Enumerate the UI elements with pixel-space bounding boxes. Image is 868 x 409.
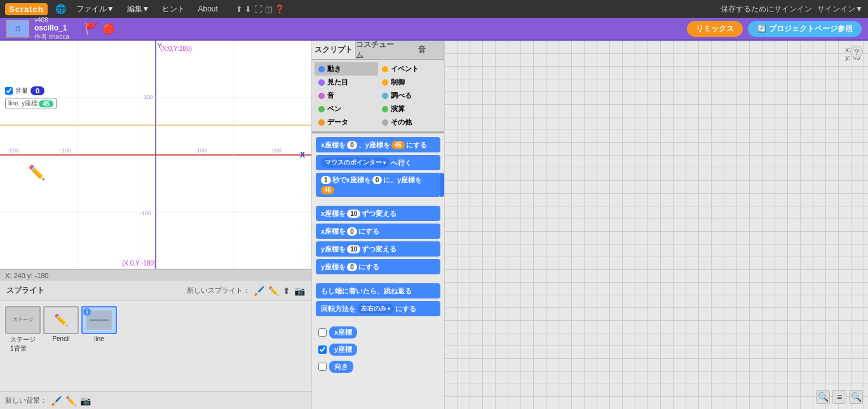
block-glide-secs[interactable]: 1 — [321, 176, 331, 184]
sprite-item-line[interactable]: i line — [81, 306, 117, 386]
remix-button[interactable]: リミックス — [687, 21, 743, 37]
block-change-y-val[interactable]: 10 — [347, 245, 360, 253]
block-goto[interactable]: マウスのポインター へ行く — [316, 155, 440, 170]
zoom-out-button[interactable]: 🔍 — [816, 390, 830, 404]
block-change-y[interactable]: y座標を 10 ずつ変える — [316, 241, 440, 257]
sprite-item-stage[interactable]: ステージ ステージ1背景 — [5, 306, 41, 386]
new-background-label: 新しい背景： — [5, 396, 47, 405]
sound-label: 音量 — [15, 86, 28, 95]
tab-sound[interactable]: 音 — [400, 41, 444, 59]
stage-grid: (X:0,Y:180) (X:0,Y:-180) X Y -200 -100 1… — [0, 41, 311, 269]
cat-data[interactable]: データ — [315, 116, 378, 129]
cat-control[interactable]: 制御 — [378, 76, 442, 89]
block-set-x-suffix: にする — [358, 227, 379, 236]
var-x-checkbox[interactable] — [318, 328, 327, 337]
block-set-y-val[interactable]: 0 — [347, 263, 357, 271]
menubar-right: 保存するためにサインイン サインイン▼ — [721, 4, 863, 15]
project-page-button[interactable]: 🔄 プロジェクトページ参照 — [748, 21, 862, 37]
draw-sprite-button[interactable]: ✏️ — [268, 286, 279, 296]
block-change-x-text: x座標を — [321, 209, 346, 218]
block-glide[interactable]: 1 秒でx座標を 0 に、y座標を 45 — [316, 173, 440, 197]
script-canvas — [445, 41, 868, 409]
block-rotation[interactable]: 回転方法を 左右のみ にする — [316, 301, 440, 316]
project-author: 作者 imaoca — [34, 32, 69, 41]
line-label: line: y座標 — [8, 99, 37, 108]
cat-motion[interactable]: 動き — [315, 62, 378, 76]
cat-other-dot — [382, 119, 388, 126]
save-signin[interactable]: 保存するためにサインイン — [721, 4, 812, 15]
cat-events[interactable]: イベント — [378, 62, 442, 76]
menu-hints[interactable]: ヒント — [159, 3, 187, 16]
camera-bg-button[interactable]: 📷 — [80, 396, 91, 406]
sound-checkbox[interactable] — [5, 87, 13, 95]
block-rotation-suffix: にする — [395, 304, 416, 314]
help-button[interactable]: ? — [850, 46, 863, 58]
variable-display: 音量 0 line: y座標 45 — [5, 86, 57, 109]
main-area: 音量 0 line: y座標 45 — [0, 41, 868, 409]
block-change-x[interactable]: x座標を 10 ずつ変える — [316, 206, 440, 221]
left-panel: 音量 0 line: y座標 45 — [0, 41, 311, 409]
menu-file[interactable]: ファイル▼ — [74, 3, 117, 16]
menu-bar: Scratch 🌐 ファイル▼ 編集▼ ヒント About ⬆ ⬇ ⛶ ◫ ❓ … — [0, 0, 868, 18]
project-name: oscillo_1 — [34, 23, 69, 32]
tab-costume[interactable]: コスチューム — [356, 41, 400, 59]
block-change-x-val[interactable]: 10 — [347, 210, 360, 218]
header-controls: 🚩 🔴 — [85, 22, 115, 36]
svg-text:✏️: ✏️ — [28, 164, 46, 181]
cat-sound[interactable]: 音 — [315, 89, 378, 102]
cat-other[interactable]: その他 — [378, 116, 442, 129]
upload-bg-button[interactable]: ✏️ — [65, 396, 76, 406]
block-change-x-suffix: ずつ変える — [362, 209, 397, 218]
block-set-x[interactable]: x座標を 0 にする — [316, 224, 440, 239]
var-dir-checkbox[interactable] — [318, 363, 327, 371]
block-set-xy-val2[interactable]: 45 — [391, 141, 405, 149]
zoom-in-button[interactable]: 🔍 — [849, 390, 863, 404]
upload-sprite-button[interactable]: ⬆ — [283, 286, 290, 296]
project-thumbnail: 🎵 — [6, 20, 29, 37]
green-flag-button[interactable]: 🚩 — [85, 22, 98, 36]
var-y-checkbox[interactable] — [318, 345, 327, 354]
signin-button[interactable]: サインイン▼ — [817, 4, 863, 15]
block-set-xy-suffix: にする — [406, 140, 427, 150]
cat-control-dot — [382, 79, 388, 86]
svg-text:100: 100 — [144, 94, 153, 100]
paint-bg-button[interactable]: 🖌️ — [51, 396, 62, 406]
scratch-logo: Scratch — [5, 3, 48, 15]
block-goto-dropdown[interactable]: マウスのポインター — [321, 158, 390, 168]
paint-sprite-button[interactable]: 🖌️ — [254, 286, 264, 296]
stop-button[interactable]: 🔴 — [102, 23, 115, 35]
svg-text:100: 100 — [197, 147, 207, 154]
block-spacer2 — [316, 277, 440, 281]
block-bounce[interactable]: もし端に着いたら、跳ね返る — [316, 283, 440, 298]
sprite-item-pencil[interactable]: ✏️ Pencil — [43, 306, 79, 386]
new-sprite-controls: 新しいスプライト： 🖌️ ✏️ ⬆ 📷 — [187, 286, 305, 296]
menu-about[interactable]: About — [195, 3, 220, 15]
cat-pen[interactable]: ペン — [315, 102, 378, 116]
new-sprite-label: 新しいスプライト： — [187, 286, 250, 295]
block-rotation-dropdown[interactable]: 左右のみ — [357, 304, 394, 314]
cat-operators[interactable]: 演算 — [378, 102, 442, 116]
menu-edit[interactable]: 編集▼ — [125, 3, 153, 16]
zoom-reset-button[interactable]: ≡ — [832, 390, 846, 404]
svg-text:-100: -100 — [60, 147, 71, 154]
cat-sensing[interactable]: 調べる — [378, 89, 442, 102]
cat-motion-dot — [318, 66, 325, 72]
camera-sprite-button[interactable]: 📷 — [294, 286, 305, 296]
svg-text:(X:0,Y:180): (X:0,Y:180) — [160, 45, 192, 52]
block-glide-x[interactable]: 0 — [372, 176, 383, 184]
svg-text:Y: Y — [158, 43, 162, 50]
block-set-xy-val1[interactable]: 0 — [347, 141, 357, 149]
block-set-x-val[interactable]: 0 — [347, 227, 357, 236]
block-rotation-text1: 回転方法を — [321, 304, 356, 314]
stage-canvas[interactable]: 音量 0 line: y座標 45 — [0, 41, 311, 269]
block-set-xy[interactable]: x座標を 0 、y座標を 45 にする — [316, 137, 440, 152]
cat-looks[interactable]: 見た目 — [315, 76, 378, 89]
cat-control-label: 制御 — [391, 77, 405, 87]
svg-text:200: 200 — [272, 147, 281, 154]
block-set-y[interactable]: y座標を 0 にする — [316, 259, 440, 274]
script-area[interactable]: x: 0 y: 45 ? 🔍 ≡ 🔍 — [445, 41, 868, 409]
block-set-xy-text2: 、y座標を — [358, 140, 390, 150]
tab-script[interactable]: スクリプト — [312, 41, 356, 59]
block-glide-y[interactable]: 45 — [321, 186, 334, 194]
cat-sensing-label: 調べる — [391, 91, 412, 100]
